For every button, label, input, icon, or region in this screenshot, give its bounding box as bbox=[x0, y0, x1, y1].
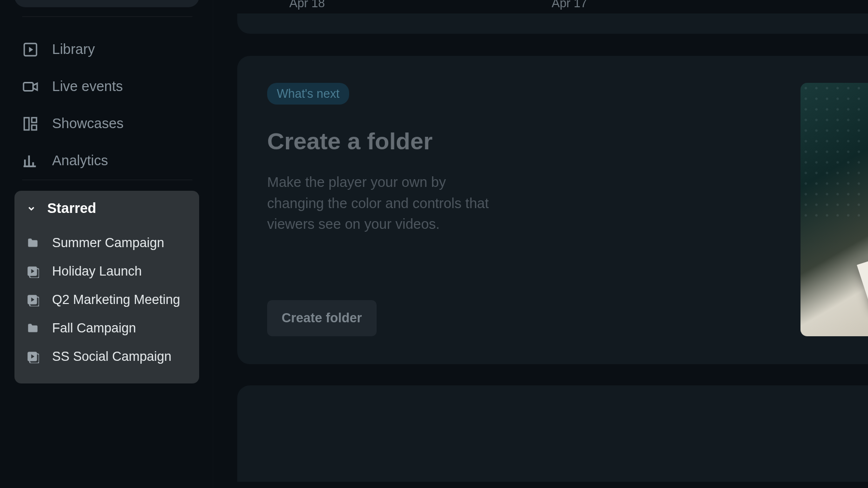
sidebar-item-showcases[interactable]: Showcases bbox=[22, 105, 196, 142]
starred-panel: Starred Summer Campaign Holiday Launch Q… bbox=[14, 191, 199, 383]
svg-rect-2 bbox=[24, 82, 33, 91]
video-camera-icon bbox=[22, 79, 39, 95]
sidebar-item-live-events[interactable]: Live events bbox=[22, 68, 196, 105]
next-card bbox=[237, 385, 868, 482]
card-body: Make the player your own by changing the… bbox=[267, 172, 499, 235]
previous-card bbox=[237, 13, 868, 34]
card-preview-image: MOIRÉ CAMINO VERDE, ECUADOR bbox=[800, 83, 868, 336]
starred-item-summer-campaign[interactable]: Summer Campaign bbox=[26, 229, 188, 257]
nav-list: Library Live events Showcases Analytics bbox=[22, 31, 196, 179]
preview-product-label: MOIRÉ CAMINO VERDE, ECUADOR bbox=[857, 228, 868, 310]
date-row: Apr 18 Apr 17 bbox=[237, 0, 868, 11]
bar-chart-icon bbox=[22, 153, 39, 169]
sidebar-item-label: Library bbox=[52, 41, 95, 57]
starred-item-label: Fall Campaign bbox=[52, 321, 136, 336]
date-label: Apr 17 bbox=[552, 0, 587, 10]
video-stack-icon bbox=[26, 265, 40, 278]
svg-rect-5 bbox=[32, 118, 37, 122]
folder-icon bbox=[26, 322, 40, 335]
svg-marker-3 bbox=[33, 83, 38, 90]
whats-next-card: What's next Create a folder Make the pla… bbox=[237, 56, 868, 364]
svg-rect-4 bbox=[24, 118, 29, 130]
folder-icon bbox=[26, 237, 40, 250]
divider bbox=[22, 16, 192, 17]
starred-item-label: Holiday Launch bbox=[52, 264, 142, 279]
chevron-down-icon bbox=[26, 203, 37, 214]
starred-item-label: Q2 Marketing Meeting bbox=[52, 292, 180, 307]
sidebar-item-label: Live events bbox=[52, 79, 123, 94]
starred-item-label: Summer Campaign bbox=[52, 236, 164, 251]
sidebar-item-library[interactable]: Library bbox=[22, 31, 196, 68]
svg-marker-1 bbox=[29, 47, 33, 52]
sidebar-item-label: Analytics bbox=[52, 153, 108, 169]
whats-next-badge: What's next bbox=[267, 83, 349, 105]
starred-item-label: SS Social Campaign bbox=[52, 349, 172, 364]
dashboard-icon bbox=[22, 116, 39, 132]
create-folder-button[interactable]: Create folder bbox=[267, 300, 377, 336]
starred-item-q2-marketing-meeting[interactable]: Q2 Marketing Meeting bbox=[26, 286, 188, 314]
video-stack-icon bbox=[26, 293, 40, 307]
search-input[interactable] bbox=[14, 0, 199, 7]
starred-item-holiday-launch[interactable]: Holiday Launch bbox=[26, 257, 188, 286]
card-heading: Create a folder bbox=[267, 128, 868, 155]
starred-item-ss-social-campaign[interactable]: SS Social Campaign bbox=[26, 343, 188, 371]
sidebar-item-analytics[interactable]: Analytics bbox=[22, 142, 196, 179]
date-label: Apr 18 bbox=[289, 0, 325, 10]
sidebar-item-label: Showcases bbox=[52, 116, 123, 132]
main-content: Apr 18 Apr 17 What's next Create a folde… bbox=[213, 0, 868, 488]
starred-item-fall-campaign[interactable]: Fall Campaign bbox=[26, 314, 188, 343]
starred-toggle[interactable]: Starred bbox=[26, 200, 188, 216]
svg-rect-6 bbox=[32, 125, 37, 130]
video-library-icon bbox=[22, 41, 39, 58]
video-stack-icon bbox=[26, 350, 40, 364]
sidebar: Library Live events Showcases Analytics bbox=[0, 0, 213, 488]
starred-title: Starred bbox=[47, 200, 96, 216]
decorative-overlay bbox=[800, 83, 868, 222]
divider bbox=[22, 180, 192, 180]
